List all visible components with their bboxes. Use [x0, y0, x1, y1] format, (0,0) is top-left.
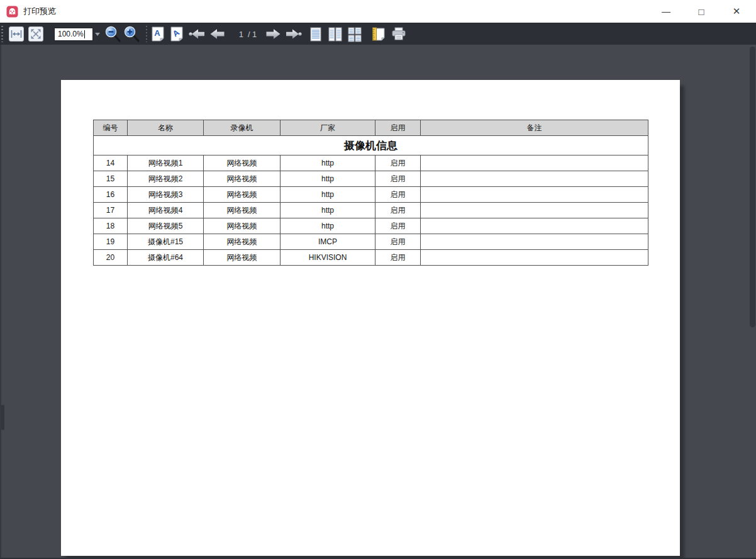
minus-glyph [109, 31, 114, 32]
table-cell: http [281, 203, 375, 218]
table-cell: http [281, 218, 375, 234]
maximize-button[interactable]: □ [692, 2, 711, 21]
single-page-view-button[interactable] [308, 26, 323, 42]
table-cell [421, 218, 648, 234]
fit-page-icon [30, 28, 42, 40]
fit-page-button[interactable] [28, 26, 43, 42]
chevron-down-icon [95, 33, 100, 36]
table-cell: 启用 [375, 203, 421, 218]
table-cell [421, 203, 648, 218]
table-row: 15网络视频2网络视频http启用 [94, 171, 648, 187]
zoom-out-button[interactable] [104, 26, 121, 43]
document-page: 摄像机信息 编号名称录像机厂家启用备注 14网络视频1网络视频http启用15网… [61, 80, 680, 556]
camera-info-table: 摄像机信息 编号名称录像机厂家启用备注 14网络视频1网络视频http启用15网… [93, 120, 648, 266]
fit-width-icon [10, 29, 23, 39]
print-button[interactable] [391, 26, 407, 42]
table-cell: http [281, 171, 375, 187]
column-header: 名称 [128, 120, 204, 136]
first-page-button[interactable] [189, 28, 206, 40]
table-row: 20摄像机#64网络视频HIKVISION启用 [94, 250, 648, 266]
print-preview-window: 打印预览 — □ ✕ [0, 0, 756, 559]
table-cell: 网络视频5 [128, 218, 204, 234]
table-row: 17网络视频4网络视频http启用 [94, 203, 648, 218]
page-total: / 1 [248, 30, 257, 39]
table-cell: 网络视频 [204, 218, 281, 234]
window-title: 打印预览 [23, 6, 56, 17]
fit-width-button[interactable] [9, 26, 24, 42]
table-cell: 网络视频 [204, 234, 281, 250]
zoom-dropdown-button[interactable] [93, 28, 102, 41]
text-caret [84, 30, 85, 38]
two-page-view-button[interactable] [328, 26, 343, 42]
table-header-row: 编号名称录像机厂家启用备注 [94, 120, 648, 136]
table-cell [421, 234, 648, 250]
next-page-button[interactable] [265, 28, 282, 40]
zoom-value: 100.0% [58, 30, 84, 38]
landscape-orientation-button[interactable]: A [169, 26, 184, 42]
page-indicator: 1 / 1 [233, 30, 262, 39]
table-body: 14网络视频1网络视频http启用15网络视频2网络视频http启用16网络视频… [94, 155, 648, 266]
table-row: 19摄像机#15网络视频IMCP启用 [94, 234, 648, 250]
column-header: 录像机 [204, 120, 281, 136]
column-header: 厂家 [281, 120, 375, 136]
table-cell: 网络视频4 [128, 203, 204, 218]
table-cell [421, 171, 648, 187]
vertical-scrollbar-thumb[interactable] [750, 47, 755, 327]
table-cell: 摄像机#64 [128, 250, 204, 266]
table-cell: 启用 [375, 187, 421, 203]
table-cell: 网络视频 [204, 187, 281, 203]
table-cell: 网络视频1 [128, 155, 204, 171]
table-cell: http [281, 155, 375, 171]
table-title-row: 摄像机信息 [94, 136, 648, 155]
toolbar: 100.0% A A [0, 23, 756, 45]
table-cell [421, 187, 648, 203]
last-page-button[interactable] [285, 28, 302, 40]
minimize-button[interactable]: — [657, 2, 675, 21]
table-cell: 启用 [375, 250, 421, 266]
left-scrollbar-thumb[interactable] [1, 405, 4, 430]
table-cell: 网络视频 [204, 250, 281, 266]
app-icon [6, 6, 18, 18]
titlebar: 打印预览 — □ ✕ [0, 0, 756, 23]
table-cell: 启用 [375, 218, 421, 234]
toolbar-grip[interactable] [1, 26, 3, 42]
page-setup-button[interactable] [371, 26, 386, 42]
table-cell: 19 [94, 234, 128, 250]
window-controls: — □ ✕ [640, 2, 746, 21]
table-cell: 启用 [375, 171, 421, 187]
table-row: 16网络视频3网络视频http启用 [94, 187, 648, 203]
table-cell: IMCP [281, 234, 375, 250]
four-page-view-button[interactable] [347, 26, 362, 42]
table-cell: 18 [94, 218, 128, 234]
table-cell: 20 [94, 250, 128, 266]
previous-page-button[interactable] [209, 28, 226, 40]
svg-text:A: A [154, 28, 160, 38]
close-button[interactable]: ✕ [727, 2, 746, 21]
plus-glyph [129, 29, 130, 34]
table-title-body: 摄像机信息 [94, 136, 648, 155]
table-cell: 15 [94, 171, 128, 187]
table-cell: 网络视频2 [128, 171, 204, 187]
page-current: 1 [239, 30, 243, 39]
table-cell [421, 155, 648, 171]
zoom-in-button[interactable] [123, 26, 140, 43]
portrait-orientation-button[interactable]: A [150, 26, 165, 42]
table-cell: 16 [94, 187, 128, 203]
table-title: 摄像机信息 [94, 136, 648, 155]
preview-canvas[interactable]: 摄像机信息 编号名称录像机厂家启用备注 14网络视频1网络视频http启用15网… [0, 45, 756, 559]
table-row: 14网络视频1网络视频http启用 [94, 155, 648, 171]
table-cell: 网络视频 [204, 203, 281, 218]
table-cell: 启用 [375, 234, 421, 250]
column-header: 启用 [375, 120, 421, 136]
table-cell: http [281, 187, 375, 203]
table-cell: 网络视频3 [128, 187, 204, 203]
zoom-control: 100.0% [54, 28, 102, 41]
column-header: 编号 [94, 120, 128, 136]
table-cell: 启用 [375, 155, 421, 171]
table-cell: 摄像机#15 [128, 234, 204, 250]
table-cell: 网络视频 [204, 155, 281, 171]
toolbar-separator [146, 26, 147, 42]
table-cell: 网络视频 [204, 171, 281, 187]
column-header: 备注 [421, 120, 648, 136]
zoom-input[interactable]: 100.0% [54, 28, 93, 41]
